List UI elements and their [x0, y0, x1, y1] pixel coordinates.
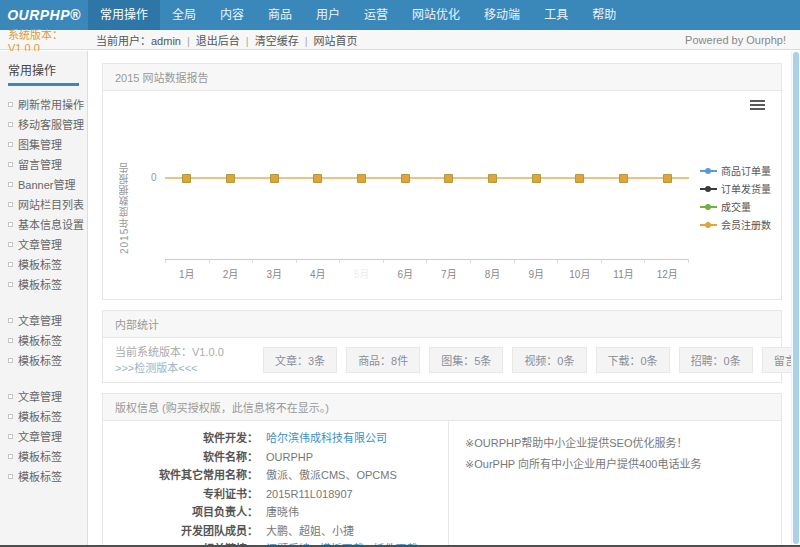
- info-label: 开发团队成员：: [103, 522, 258, 541]
- info-row-project-lead: 项目负责人： 唐晓伟: [103, 503, 448, 522]
- stat-badge: 下载：0条: [596, 347, 670, 373]
- sidebar-item-label: 模板标签: [18, 408, 62, 424]
- main-content: 2015 网站数据报告 2015年度数据报告 0 1月2月3月4月5月6月7月8…: [88, 51, 800, 545]
- nav-tab-help[interactable]: 帮助: [580, 0, 628, 30]
- legend-line-dot-icon: [700, 202, 717, 212]
- legend-item[interactable]: 成交量: [700, 199, 771, 214]
- sidebar-group-1: 刷新常用操作 移动客服管理 图集管理 留言管理: [0, 94, 87, 294]
- x-axis-tick-label: 3月: [252, 266, 296, 281]
- vertical-scrollbar[interactable]: [791, 51, 800, 545]
- info-label: 专利证书：: [103, 485, 258, 504]
- x-axis-tick-label: 5月: [340, 266, 384, 281]
- sidebar-item-label: 网站栏目列表: [18, 196, 84, 212]
- checkbox-bullet-icon: [8, 358, 13, 363]
- legend-item[interactable]: 商品订单量: [700, 163, 771, 178]
- sidebar-item[interactable]: 文章管理: [0, 234, 87, 254]
- checkbox-bullet-icon: [8, 122, 13, 127]
- x-axis-tick-label: 10月: [558, 266, 602, 281]
- sidebar-item-label: 文章管理: [18, 312, 62, 328]
- body-area: 常用操作 刷新常用操作 移动客服管理 图集管理: [0, 51, 800, 545]
- x-axis-tick-label: 7月: [427, 266, 471, 281]
- y-axis-label: 2015年度数据报告: [117, 109, 132, 254]
- nav-tab-users[interactable]: 用户: [304, 0, 352, 30]
- sidebar-item[interactable]: 模板标签: [0, 254, 87, 274]
- nav-tab-global[interactable]: 全局: [160, 0, 208, 30]
- x-axis: [165, 259, 689, 263]
- checkbox-bullet-icon: [8, 202, 13, 207]
- scrollbar-thumb[interactable]: [793, 52, 799, 544]
- legend-item[interactable]: 会员注册数: [700, 217, 771, 232]
- x-axis-tick-label: 1月: [165, 266, 209, 281]
- data-point-marker: [645, 174, 689, 183]
- legend-item[interactable]: 订单发货量: [700, 181, 771, 196]
- sidebar-item-label: 模板标签: [18, 352, 62, 368]
- nav-tab-operations[interactable]: 运营: [352, 0, 400, 30]
- stat-badge: 视频：0条: [512, 347, 586, 373]
- nav-tab-tools[interactable]: 工具: [532, 0, 580, 30]
- nav-tab-seo[interactable]: 网站优化: [400, 0, 472, 30]
- sidebar-item-label: 文章管理: [18, 388, 62, 404]
- nav-tab-mobile[interactable]: 移动端: [472, 0, 532, 30]
- sidebar-item[interactable]: 文章管理: [0, 310, 87, 330]
- sidebar-item[interactable]: 模板标签: [0, 330, 87, 350]
- sidebar-item[interactable]: 移动客服管理: [0, 114, 87, 134]
- sidebar-item[interactable]: 模板标签: [0, 274, 87, 294]
- stat-badge: 招聘：0条: [679, 347, 753, 373]
- info-label: 软件其它常用名称：: [103, 466, 258, 485]
- report-panel-title: 2015 网站数据报告: [103, 64, 781, 91]
- data-point-marker: [383, 174, 427, 183]
- data-point-marker: [209, 174, 253, 183]
- sidebar-item[interactable]: 文章管理: [0, 386, 87, 406]
- checkbox-bullet-icon: [8, 414, 13, 419]
- promo-notes: ※OURPHP帮助中小企业提供SEO优化服务！ ※OurPHP 向所有中小企业用…: [448, 421, 781, 545]
- sidebar-item[interactable]: 留言管理: [0, 154, 87, 174]
- data-point-marker: [514, 174, 558, 183]
- info-row-team: 开发团队成员： 大鹏、超姐、小捷: [103, 522, 448, 541]
- info-value: 大鹏、超姐、小捷: [258, 522, 354, 541]
- sidebar-item[interactable]: 模板标签: [0, 406, 87, 426]
- info-label: 软件名称：: [103, 448, 258, 467]
- nav-tab-products[interactable]: 商品: [256, 0, 304, 30]
- data-point-marker: [165, 174, 209, 183]
- sidebar-item[interactable]: 模板标签: [0, 466, 87, 486]
- info-value: 唐晓伟: [258, 503, 299, 522]
- check-version-link[interactable]: >>>检测版本<<<: [115, 360, 255, 377]
- logout-link[interactable]: 退出后台: [181, 32, 240, 48]
- developer-company-link[interactable]: 哈尔滨伟成科技有限公司: [258, 429, 387, 448]
- x-axis-tick-label: 2月: [209, 266, 253, 281]
- sidebar-item[interactable]: 图集管理: [0, 134, 87, 154]
- checkbox-bullet-icon: [8, 474, 13, 479]
- sidebar-item[interactable]: 文章管理: [0, 426, 87, 446]
- stat-badge: 图集：5条: [429, 347, 503, 373]
- info-label: 软件开发：: [103, 429, 258, 448]
- nav-tab-common-operations[interactable]: 常用操作: [88, 0, 160, 30]
- sidebar-item[interactable]: 刷新常用操作: [0, 94, 87, 114]
- checkbox-bullet-icon: [8, 282, 13, 287]
- chart-plot: 0 1月2月3月4月5月6月7月8月9月10月11月12月: [165, 91, 689, 263]
- nav-tab-content[interactable]: 内容: [208, 0, 256, 30]
- x-axis-tick-label: 8月: [471, 266, 515, 281]
- clear-cache-link[interactable]: 清空缓存: [240, 32, 299, 48]
- sidebar-item-label: 模板标签: [18, 332, 62, 348]
- data-point-marker: [252, 174, 296, 183]
- data-point-marker: [471, 174, 515, 183]
- chart-toolbox-menu-icon[interactable]: [750, 100, 765, 110]
- sidebar-item-label: 图集管理: [18, 136, 62, 152]
- x-axis-tick-label: 9月: [514, 266, 558, 281]
- info-value: 2015R11L018907: [258, 485, 353, 504]
- checkbox-bullet-icon: [8, 434, 13, 439]
- sidebar-item[interactable]: Banner管理: [0, 174, 87, 194]
- sidebar-item[interactable]: 网站栏目列表: [0, 194, 87, 214]
- stats-body: 当前系统版本：V1.0.0 >>>检测版本<<< 文章：3条商品：8件图集：5条…: [103, 338, 781, 382]
- promo-note-seo: ※OURPHP帮助中小企业提供SEO优化服务！: [465, 433, 765, 454]
- copyright-info-list: 软件开发： 哈尔滨伟成科技有限公司 软件名称： OURPHP 软件其它常用名称：…: [103, 421, 448, 545]
- sidebar-item[interactable]: 模板标签: [0, 350, 87, 370]
- sidebar-item-label: Banner管理: [18, 176, 75, 192]
- legend-label: 会员注册数: [721, 217, 771, 232]
- sidebar-item[interactable]: 基本信息设置: [0, 214, 87, 234]
- site-home-link[interactable]: 网站首页: [299, 32, 358, 48]
- sidebar-item-label: 基本信息设置: [18, 216, 84, 232]
- sidebar-title: 常用操作: [8, 61, 79, 86]
- sidebar-item[interactable]: 模板标签: [0, 446, 87, 466]
- checkbox-bullet-icon: [8, 162, 13, 167]
